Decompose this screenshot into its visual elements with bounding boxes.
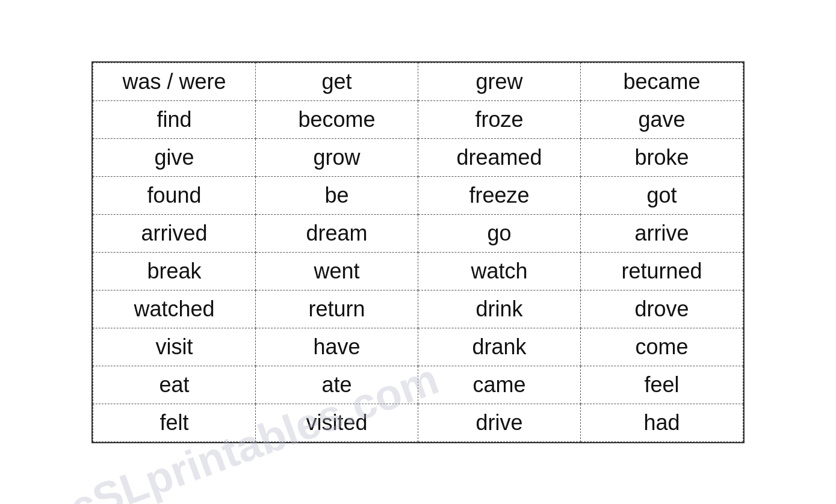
table-cell: come (581, 328, 743, 366)
table-cell: gave (581, 100, 743, 138)
table-cell: froze (418, 100, 581, 138)
table-cell: ate (256, 366, 418, 404)
table-cell: was / were (93, 63, 256, 100)
table-cell: had (581, 404, 743, 441)
table-cell: felt (93, 404, 256, 441)
table-cell: be (256, 176, 418, 214)
table-cell: returned (581, 252, 743, 290)
table-row: foundbefreezegot (93, 176, 743, 214)
table-row: givegrowdreamedbroke (93, 138, 743, 176)
table-row: visithavedrankcome (93, 328, 743, 366)
table-cell: watched (93, 290, 256, 328)
table-cell: grow (256, 138, 418, 176)
table-cell: came (418, 366, 581, 404)
table-cell: return (256, 290, 418, 328)
vocabulary-table: was / weregetgrewbecamefindbecomefrozega… (93, 63, 743, 442)
table-cell: got (581, 176, 743, 214)
table-cell: grew (418, 63, 581, 100)
table-cell: freeze (418, 176, 581, 214)
word-table: was / weregetgrewbecamefindbecomefrozega… (91, 61, 745, 443)
table-cell: drove (581, 290, 743, 328)
table-row: breakwentwatchreturned (93, 252, 743, 290)
table-cell: went (256, 252, 418, 290)
table-row: findbecomefrozegave (93, 100, 743, 138)
table-row: feltvisiteddrivehad (93, 404, 743, 441)
table-row: watchedreturndrinkdrove (93, 290, 743, 328)
table-row: was / weregetgrewbecame (93, 63, 743, 100)
table-cell: visit (93, 328, 256, 366)
table-cell: drive (418, 404, 581, 441)
table-cell: go (418, 214, 581, 252)
table-cell: give (93, 138, 256, 176)
table-cell: eat (93, 366, 256, 404)
table-cell: find (93, 100, 256, 138)
table-cell: drank (418, 328, 581, 366)
table-cell: dream (256, 214, 418, 252)
table-cell: get (256, 63, 418, 100)
table-cell: arrived (93, 214, 256, 252)
table-cell: became (581, 63, 743, 100)
table-cell: visited (256, 404, 418, 441)
table-row: eatatecamefeel (93, 366, 743, 404)
table-cell: break (93, 252, 256, 290)
table-cell: found (93, 176, 256, 214)
table-cell: broke (581, 138, 743, 176)
table-cell: drink (418, 290, 581, 328)
table-cell: arrive (581, 214, 743, 252)
table-row: arriveddreamgoarrive (93, 214, 743, 252)
table-cell: watch (418, 252, 581, 290)
table-cell: have (256, 328, 418, 366)
table-cell: dreamed (418, 138, 581, 176)
table-cell: feel (581, 366, 743, 404)
table-cell: become (256, 100, 418, 138)
